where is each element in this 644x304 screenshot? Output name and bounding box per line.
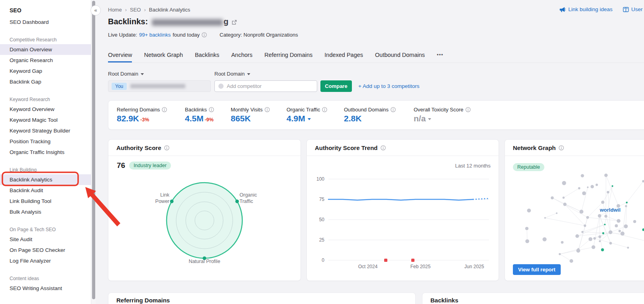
sidebar-item-backlink-audit[interactable]: Backlink Audit xyxy=(0,185,91,196)
info-icon[interactable] xyxy=(559,145,564,150)
metric-value-link[interactable]: 865K xyxy=(231,114,287,123)
main-content: Home › SEO › Backlink Analytics Link bui… xyxy=(96,0,644,304)
network-node-label[interactable]: worldwil xyxy=(600,207,620,213)
info-icon[interactable] xyxy=(391,107,396,112)
page-title: Backlinks: xyxy=(108,17,148,26)
sidebar-item-keyword-gap[interactable]: Keyword Gap xyxy=(0,66,91,76)
header-actions: Link building ideas User xyxy=(560,6,643,12)
info-icon[interactable] xyxy=(381,145,386,150)
axis-label-natural-profile: Natural Profile xyxy=(173,258,236,265)
sidebar-item-keyword-strategy-builder[interactable]: Keyword Strategy Builder xyxy=(0,125,91,136)
sidebar-item-log-file-analyzer[interactable]: Log File Analyzer xyxy=(0,255,91,266)
metric-value-link[interactable]: 82.9K -3% xyxy=(117,114,185,123)
megaphone-icon xyxy=(560,7,566,12)
authority-score-value: 76 xyxy=(117,161,125,170)
metric-value-link[interactable]: 2.8K xyxy=(344,114,414,123)
sidebar-item-on-page-seo-checker[interactable]: On Page SEO Checker xyxy=(0,245,91,255)
user-manual-label: User xyxy=(631,6,643,12)
authority-trend-chart: 100 75 50 25 0 Oct 2024 Feb 2025 Jun 202… xyxy=(312,175,492,275)
root-domain-select-1[interactable]: Root Domain xyxy=(108,71,144,77)
sidebar-section-content-ideas: Content ideas xyxy=(0,273,91,283)
root-domain-select-2[interactable]: Root Domain xyxy=(214,71,250,77)
authority-score-card: Authority Score 76 Industry leader Link … xyxy=(108,139,301,281)
sidebar-item-seo-writing-assistant[interactable]: SEO Writing Assistant xyxy=(0,283,91,294)
category-label: Category: Nonprofit Organizations xyxy=(220,32,298,38)
info-icon[interactable] xyxy=(209,107,214,112)
chevron-down-icon xyxy=(428,118,431,120)
root-domain-label: Root Domain xyxy=(108,71,138,77)
metric-label: Organic Traffic xyxy=(287,107,320,113)
tab-anchors[interactable]: Anchors xyxy=(231,48,252,62)
metric-value-dropdown[interactable]: n/a xyxy=(414,114,501,123)
card-title: Authority Score Trend xyxy=(315,144,378,151)
tabs-more-button[interactable]: ••• xyxy=(437,48,444,62)
sidebar-item-organic-traffic-insights[interactable]: Organic Traffic Insights xyxy=(0,147,91,158)
axis-label-organic-traffic: Organic Traffic xyxy=(240,192,275,205)
metrics-bar: Referring Domains 82.9K -3% Backlinks 4.… xyxy=(108,100,644,130)
info-icon[interactable] xyxy=(265,107,270,112)
breadcrumb-seo[interactable]: SEO xyxy=(130,7,141,13)
svg-text:Jun 2025: Jun 2025 xyxy=(464,264,484,269)
svg-text:0: 0 xyxy=(322,257,324,263)
info-icon[interactable] xyxy=(164,145,169,150)
external-link-icon[interactable] xyxy=(232,19,237,25)
sidebar-item-bulk-analysis[interactable]: Bulk Analysis xyxy=(0,207,91,217)
svg-text:50: 50 xyxy=(319,217,325,222)
network-graph-card: Network Graph Reputable worldwil View fu… xyxy=(505,139,644,281)
card-title: Backlinks xyxy=(422,293,644,304)
sidebar-section-on-page-tech-seo: On Page & Tech SEO xyxy=(0,224,91,234)
reputable-badge: Reputable xyxy=(513,163,544,171)
sidebar-item-link-building-tool[interactable]: Link Building Tool xyxy=(0,196,91,207)
axis-label-link-power: Link Power xyxy=(134,192,169,205)
tab-backlinks[interactable]: Backlinks xyxy=(195,48,219,62)
compare-button[interactable]: Compare xyxy=(320,80,352,92)
metric-value-link[interactable]: 4.5M -9% xyxy=(185,114,231,123)
link-building-ideas-label: Link building ideas xyxy=(568,6,613,12)
you-domain-input[interactable]: You xyxy=(108,80,211,92)
metric-value-dropdown[interactable]: 4.9M xyxy=(287,114,344,123)
live-update-row: Live Update: 99+ backlinks found today C… xyxy=(108,32,298,38)
card-title: Referring Domains xyxy=(108,293,415,304)
metric-delta: -9% xyxy=(205,117,214,123)
metric-backlinks: Backlinks 4.5M -9% xyxy=(185,107,231,123)
link-building-ideas-link[interactable]: Link building ideas xyxy=(560,6,613,12)
metric-label: Monthly Visits xyxy=(231,107,263,113)
info-icon[interactable] xyxy=(465,107,471,112)
sidebar: SEO SEO Dashboard Competitive Research D… xyxy=(0,0,91,304)
sidebar-item-keyword-magic-tool[interactable]: Keyword Magic Tool xyxy=(0,115,91,125)
info-icon[interactable] xyxy=(162,107,167,112)
sidebar-item-site-audit[interactable]: Site Audit xyxy=(0,234,91,245)
domain-suffix: g xyxy=(224,17,228,26)
blurred-domain-value xyxy=(130,84,185,88)
tab-referring-domains[interactable]: Referring Domains xyxy=(264,48,312,62)
tab-indexed-pages[interactable]: Indexed Pages xyxy=(324,48,363,62)
tab-network-graph[interactable]: Network Graph xyxy=(144,48,183,62)
user-manual-link[interactable]: User xyxy=(623,6,643,12)
sidebar-item-organic-research[interactable]: Organic Research xyxy=(0,55,91,66)
live-update-link[interactable]: 99+ backlinks xyxy=(139,32,171,38)
info-icon[interactable] xyxy=(202,32,207,37)
breadcrumb-home[interactable]: Home xyxy=(108,7,122,13)
sidebar-item-backlink-analytics[interactable]: Backlink Analytics xyxy=(0,174,91,185)
info-icon[interactable] xyxy=(322,107,327,112)
live-update-suffix: found today xyxy=(173,32,200,38)
metric-label: Outbound Domains xyxy=(344,107,389,113)
svg-text:75: 75 xyxy=(319,197,325,202)
sidebar-item-backlink-gap[interactable]: Backlink Gap xyxy=(0,76,91,87)
sidebar-item-position-tracking[interactable]: Position Tracking xyxy=(0,136,91,147)
view-full-report-button[interactable]: View full report xyxy=(513,264,561,275)
add-competitors-link[interactable]: + Add up to 3 competitors xyxy=(358,80,419,92)
metric-value: 2.8K xyxy=(344,114,361,123)
sidebar-item-keyword-overview[interactable]: Keyword Overview xyxy=(0,104,91,115)
sidebar-collapse-button[interactable]: « xyxy=(90,5,101,16)
tab-overview[interactable]: Overview xyxy=(108,48,132,62)
you-badge: You xyxy=(112,83,127,90)
root-domain-label: Root Domain xyxy=(214,71,245,77)
sidebar-item-seo-dashboard[interactable]: SEO Dashboard xyxy=(0,17,91,27)
sidebar-title: SEO xyxy=(10,7,91,14)
card-title: Authority Score xyxy=(116,144,161,151)
scrollbar-thumb[interactable] xyxy=(92,1,95,299)
tab-outbound-domains[interactable]: Outbound Domains xyxy=(375,48,425,62)
add-competitor-input[interactable] xyxy=(227,83,313,89)
sidebar-item-domain-overview[interactable]: Domain Overview xyxy=(0,44,91,55)
